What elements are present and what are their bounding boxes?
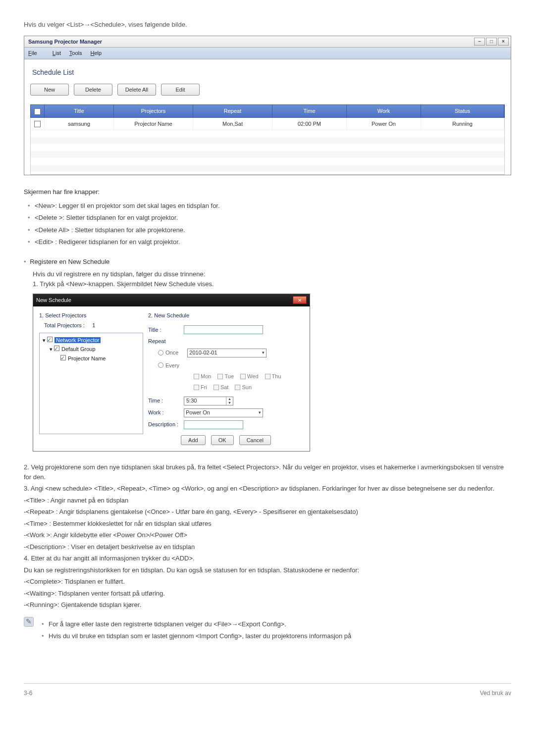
- tree-checkbox[interactable]: [60, 355, 66, 360]
- col-title: Title: [45, 105, 114, 117]
- register-heading: Registere en New Schedule: [24, 257, 511, 267]
- tree-checkbox[interactable]: [54, 346, 59, 351]
- step-4: 4. Etter at du har angitt all informasjo…: [24, 554, 511, 563]
- tree-group[interactable]: Default Group: [61, 346, 95, 352]
- tree-checkbox[interactable]: [47, 337, 53, 342]
- cell-title: samsung: [45, 118, 114, 130]
- cell-projectors: Projector Name: [114, 118, 193, 130]
- select-projectors-heading: 1. Select Projectors: [39, 311, 143, 320]
- status-complete: -<Complete>: Tidsplanen er fullført.: [24, 577, 511, 587]
- def-title: -<Title> : Angir navnet på en tidsplan: [24, 496, 511, 505]
- title-label: Title :: [148, 326, 184, 334]
- time-label: Time :: [148, 397, 184, 405]
- day-tue[interactable]: Tue: [217, 372, 234, 381]
- total-projectors-label: Total Projectors :: [44, 322, 85, 328]
- day-fri[interactable]: Fri: [194, 383, 207, 392]
- tree-root[interactable]: Network Projector: [54, 337, 101, 343]
- new-schedule-heading: 2. New Schedule: [148, 311, 304, 320]
- time-spinner[interactable]: 5:30 ▲▼: [184, 397, 233, 405]
- chevron-down-icon: ▾: [259, 409, 261, 416]
- title-input[interactable]: [184, 325, 263, 334]
- menu-tools[interactable]: Tools: [69, 50, 82, 56]
- page-footer: 3-6 Ved bruk av: [24, 683, 511, 703]
- menu-file[interactable]: File: [28, 50, 44, 56]
- schedule-list-window: Samsung Projector Manager – □ × File Lis…: [24, 36, 511, 176]
- minimize-button[interactable]: –: [474, 38, 485, 46]
- table-header: Title Projectors Repeat Time Work Status: [30, 104, 505, 118]
- day-wed[interactable]: Wed: [240, 372, 258, 381]
- def-time: -<Time> : Bestemmer klokkeslettet for nå…: [24, 519, 511, 529]
- note-item: Hvis du vil bruke en tidsplan som er las…: [40, 631, 511, 641]
- col-projectors: Projectors: [114, 105, 193, 117]
- list-item: <Edit> : Redigerer tidsplanen for en val…: [26, 237, 511, 247]
- delete-all-button[interactable]: Delete All: [117, 84, 156, 96]
- cell-work: Power On: [347, 118, 421, 130]
- close-icon[interactable]: ✕: [293, 296, 307, 304]
- day-sun[interactable]: Sun: [235, 383, 252, 392]
- ok-button[interactable]: OK: [211, 435, 234, 445]
- spin-down-icon[interactable]: ▼: [226, 401, 233, 405]
- repeat-label: Repeat: [148, 337, 184, 346]
- add-button[interactable]: Add: [181, 435, 206, 445]
- window-titlebar: Samsung Projector Manager – □ ×: [24, 36, 511, 48]
- note-item: For å lagre eller laste den registrerte …: [40, 619, 511, 629]
- maximize-button[interactable]: □: [486, 38, 497, 46]
- button-descriptions: <New>: Legger til en projektor som det s…: [24, 201, 511, 247]
- window-title: Samsung Projector Manager: [28, 38, 102, 46]
- step-3: 3. Angi <new schedule> <Title>, <Repeat>…: [24, 484, 511, 494]
- table-empty-rows: [30, 130, 505, 175]
- work-label: Work :: [148, 408, 184, 417]
- menu-list[interactable]: List: [53, 50, 61, 56]
- day-thu[interactable]: Thu: [265, 372, 281, 381]
- description-label: Description :: [148, 420, 184, 429]
- def-description: -<Description> : Viser en detaljert besk…: [24, 542, 511, 552]
- once-radio[interactable]: Once: [158, 349, 178, 357]
- table-row[interactable]: samsung Projector Name Mon,Sat 02:00 PM …: [30, 118, 505, 131]
- work-select[interactable]: Power On▾: [184, 408, 263, 417]
- screen-desc: Skjermen har fire knapper:: [24, 187, 511, 197]
- step-2: 2. Velg projektorene som den nye tidspla…: [24, 462, 511, 482]
- new-schedule-dialog: New Schedule ✕ 1. Select Projectors Tota…: [33, 294, 310, 452]
- col-repeat: Repeat: [193, 105, 272, 117]
- list-item: <Delete All> : Sletter tidsplanen for al…: [26, 225, 511, 235]
- col-status: Status: [421, 105, 504, 117]
- status-running: -<Running>: Gjentakende tidsplan kjører.: [24, 600, 511, 610]
- spin-up-icon[interactable]: ▲: [226, 397, 233, 401]
- def-work: -<Work >: Angir kildebytte eller <Power …: [24, 530, 511, 540]
- tree-item[interactable]: Projector Name: [68, 355, 106, 361]
- schedule-list-heading: Schedule List: [32, 67, 505, 78]
- projector-tree[interactable]: ▾ Network Projector ▾ Default Group Proj…: [39, 333, 143, 434]
- page-number: 3-6: [24, 689, 32, 698]
- menu-bar: File List Tools Help: [24, 48, 511, 59]
- total-projectors-value: 1: [92, 322, 95, 328]
- history-line: Du kan se registreringshistorikken for e…: [24, 565, 511, 575]
- description-input[interactable]: [184, 420, 243, 429]
- col-work: Work: [347, 105, 421, 117]
- cell-repeat: Mon,Sat: [193, 118, 272, 130]
- col-time: Time: [272, 105, 347, 117]
- new-button[interactable]: New: [30, 84, 69, 96]
- day-mon[interactable]: Mon: [194, 372, 211, 381]
- dialog-title: New Schedule: [36, 296, 71, 304]
- intro-text: Hvis du velger <List>→<Schedule>, vises …: [24, 20, 511, 30]
- once-date-select[interactable]: 2010-02-01▾: [187, 349, 267, 357]
- menu-help[interactable]: Help: [91, 50, 102, 56]
- footer-right: Ved bruk av: [480, 689, 511, 698]
- cell-time: 02:00 PM: [272, 118, 347, 130]
- edit-button[interactable]: Edit: [161, 84, 200, 96]
- close-button[interactable]: ×: [498, 38, 509, 46]
- cancel-button[interactable]: Cancel: [239, 435, 271, 445]
- delete-button[interactable]: Delete: [74, 84, 112, 96]
- list-item: <Delete >: Sletter tidsplanen for en val…: [26, 213, 511, 223]
- select-all-checkbox[interactable]: [34, 108, 41, 115]
- every-radio[interactable]: Every: [158, 361, 179, 370]
- day-sat[interactable]: Sat: [214, 383, 229, 392]
- def-repeat: -<Repeat> : Angir tidsplanens gjentakels…: [24, 507, 511, 517]
- cell-status: Running: [421, 118, 504, 130]
- row-checkbox[interactable]: [34, 121, 41, 127]
- note-icon: ✎: [24, 617, 34, 627]
- chevron-down-icon: ▾: [262, 350, 265, 356]
- register-intro: Hvis du vil registrere en ny tidsplan, f…: [33, 269, 511, 279]
- status-waiting: -<Waiting>: Tidsplanen venter fortsatt p…: [24, 589, 511, 599]
- step-1: 1. Trykk på <New>-knappen. Skjermbildet …: [33, 279, 511, 289]
